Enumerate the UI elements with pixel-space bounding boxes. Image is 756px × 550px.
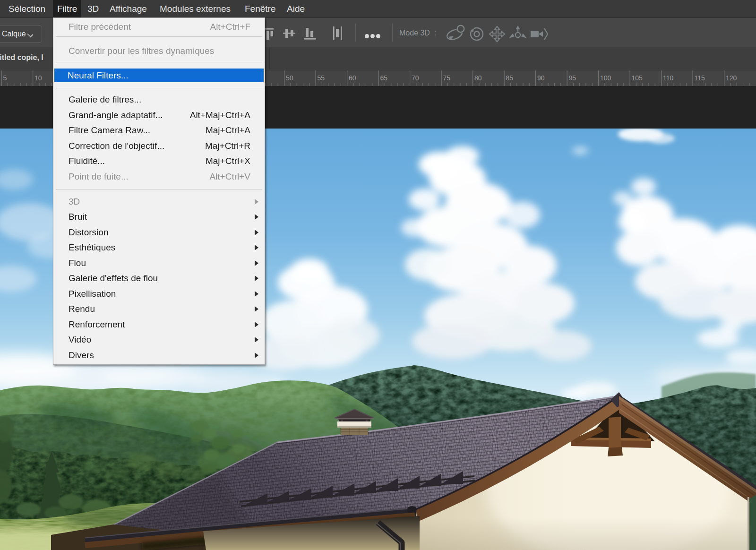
svg-text:105: 105 xyxy=(632,74,643,82)
svg-text:60: 60 xyxy=(349,74,356,82)
svg-text:85: 85 xyxy=(506,74,514,82)
svg-text:10: 10 xyxy=(34,74,42,82)
svg-text:65: 65 xyxy=(380,74,388,82)
svg-text:95: 95 xyxy=(569,74,576,82)
svg-text:80: 80 xyxy=(474,74,482,82)
svg-text:75: 75 xyxy=(443,74,451,82)
svg-text:5: 5 xyxy=(3,74,7,82)
svg-text:55: 55 xyxy=(318,74,325,82)
svg-text:100: 100 xyxy=(600,74,611,82)
svg-text:110: 110 xyxy=(663,74,674,82)
svg-text:90: 90 xyxy=(537,74,545,82)
svg-text:120: 120 xyxy=(726,74,737,82)
svg-text:70: 70 xyxy=(412,74,419,82)
svg-text:115: 115 xyxy=(695,74,705,82)
svg-text:50: 50 xyxy=(286,74,293,82)
